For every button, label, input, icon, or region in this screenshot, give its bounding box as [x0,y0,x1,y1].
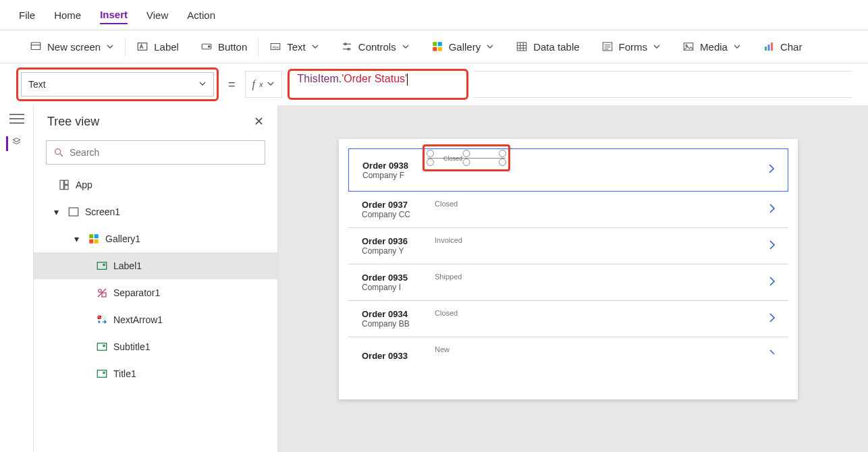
next-arrow-icon[interactable] [767,312,778,326]
tree-label1-label: Label1 [113,260,142,271]
tree-node-title1[interactable]: Title1 [34,360,277,387]
tree-nextarrow1-label: NextArrow1 [113,314,163,325]
ribbon-button[interactable]: Button [190,30,258,63]
ribbon-text-label: Text [287,41,306,53]
screen-icon [67,206,80,218]
datatable-icon [516,40,528,53]
tree-node-gallery1[interactable]: ▾ Gallery1 [34,225,277,252]
tree-node-screen1[interactable]: ▾ Screen1 [34,198,277,225]
ribbon-controls[interactable]: Controls [330,30,421,63]
ribbon-controls-label: Controls [358,41,396,53]
search-field[interactable] [70,147,258,158]
tree-node-label1[interactable]: Label1 [34,252,277,279]
search-input[interactable] [46,140,265,165]
screen-preview[interactable]: Order 0938 Company F Closed [339,139,798,399]
tree-node-app[interactable]: App [34,171,277,198]
svg-point-4 [208,46,209,47]
canvas[interactable]: Order 0938 Company F Closed [278,105,868,452]
menu-home[interactable]: Home [54,7,81,24]
row-status: Invoiced [435,236,462,244]
tree-panel: Tree view ✕ App ▾ Screen1 ▾ Gallery1 [34,105,278,452]
svg-rect-49 [97,343,107,351]
ribbon-text[interactable]: Abc Text [259,30,330,63]
formula-input-highlight: ThisItem.'Order Status' [288,69,468,100]
gallery-row[interactable]: Order 0938 Company F Closed [348,148,788,192]
row-title: Order 0934 [362,309,410,319]
menu-file[interactable]: File [19,7,35,24]
ribbon-forms[interactable]: Forms [591,30,672,63]
svg-rect-14 [437,47,441,51]
app-icon [58,179,70,191]
ribbon-datatable[interactable]: Data table [505,30,590,63]
tree-node-subtitle1[interactable]: Subtitle1 [34,333,277,360]
close-icon[interactable]: ✕ [254,114,264,129]
chevron-down-icon [198,79,207,90]
label-icon [96,368,108,380]
tree-separator1-label: Separator1 [113,287,160,298]
ribbon-gallery[interactable]: Gallery [421,30,506,63]
ribbon-label[interactable]: Label [126,30,190,63]
tree-list: App ▾ Screen1 ▾ Gallery1 Label1 Separato… [34,171,277,387]
next-arrow-icon[interactable] [767,276,778,289]
ribbon-forms-label: Forms [619,41,648,53]
menu-action[interactable]: Action [187,7,215,24]
chevron-down-icon [486,41,494,53]
ribbon-newscreen[interactable]: New screen [19,30,125,63]
svg-rect-36 [65,180,68,184]
row-subtitle: Company CC [362,210,410,219]
gallery-row[interactable]: Order 0935Company I Shipped [348,264,788,301]
separator-icon [96,287,108,299]
svg-point-25 [686,45,687,46]
gallery-row[interactable]: Order 0936Company Y Invoiced [348,228,788,264]
newscreen-icon [30,40,42,53]
svg-rect-39 [89,234,93,238]
row-title: Order 0936 [362,236,408,246]
ribbon-media[interactable]: Media [672,30,752,63]
caret-down-icon[interactable]: ▾ [54,206,62,217]
tree-subtitle1-label: Subtitle1 [113,341,150,352]
button-icon [200,40,213,53]
svg-rect-42 [94,239,99,244]
svg-text:♡: ♡ [102,315,106,320]
ribbon-newscreen-label: New screen [47,41,101,53]
next-arrow-icon[interactable] [767,239,778,253]
row-title: Order 0933 [362,351,408,361]
formula-input[interactable]: ThisItem.'Order Status' [292,72,464,96]
next-arrow-icon[interactable] [767,203,778,217]
gallery-row[interactable]: Order 0937Company CC Closed [348,192,788,228]
media-icon [682,40,695,53]
menu-insert[interactable]: Insert [100,6,128,24]
ribbon-datatable-label: Data table [533,41,579,53]
label-icon [96,260,108,272]
caret-down-icon[interactable]: ▾ [74,233,82,244]
svg-rect-45 [102,293,106,297]
tree-view-button[interactable] [6,136,21,151]
gallery-row[interactable]: Order 0934Company BB Closed [348,301,788,337]
menu-view[interactable]: View [146,7,168,24]
next-arrow-icon[interactable] [766,163,777,177]
tree-gallery1-label: Gallery1 [105,233,140,244]
svg-rect-50 [97,370,107,378]
tree-title: Tree view [47,115,99,129]
svg-rect-40 [94,234,99,238]
hamburger-icon[interactable] [9,113,24,124]
chevron-down-icon [311,41,319,53]
ribbon-gallery-label: Gallery [449,41,481,53]
tree-node-nextarrow1[interactable]: ♡ NextArrow1 [34,306,277,333]
row-subtitle: Company BB [362,319,410,329]
svg-text:Abc: Abc [273,45,279,49]
next-arrow-icon[interactable] [767,349,778,362]
gallery-row[interactable]: Order 0933 New [348,337,788,374]
fx-button[interactable]: fx [245,71,283,98]
ribbon-chart[interactable]: Char [752,30,813,63]
ribbon-media-label: Media [700,41,728,53]
tree-node-separator1[interactable]: Separator1 [34,279,277,306]
row-status[interactable]: Closed [443,155,462,162]
formula-thisitem: ThisItem [297,73,338,84]
menubar: File Home Insert View Action [0,0,868,30]
formula-bar-extend[interactable] [474,71,852,98]
property-selector[interactable]: Text [21,72,214,96]
gallery-icon [88,233,100,245]
label-selection-highlight: Closed [423,144,510,171]
equals-sign: = [224,78,240,92]
